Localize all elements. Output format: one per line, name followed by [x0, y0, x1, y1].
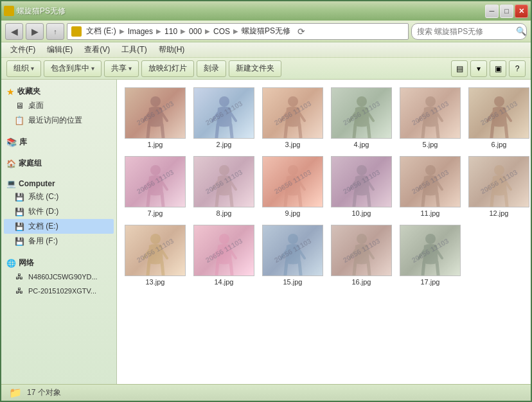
file-name: 5.jpg: [423, 141, 438, 148]
organize-button[interactable]: 组织 ▾: [6, 60, 41, 77]
sidebar-section-homegroup: 🏠 家庭组: [4, 157, 114, 170]
sidebar-network-device-1[interactable]: 🖧 N4860JC5WG90YD...: [4, 270, 114, 284]
toolbar-right: ▤ ▾ ▣ ?: [451, 60, 526, 77]
file-item[interactable]: 20656 11103 13.jpg: [122, 222, 188, 288]
network-icon: 🌐: [6, 259, 16, 268]
breadcrumb-current[interactable]: 螺旋猫PS无修: [240, 25, 292, 37]
address-bar[interactable]: 文档 (E:) ▶ Images ▶ 110 ▶ 000 ▶ COS ▶ 螺旋猫…: [67, 23, 409, 40]
menu-bar: 文件(F) 编辑(E) 查看(V) 工具(T) 帮助(H): [1, 42, 531, 58]
menu-help[interactable]: 帮助(H): [154, 43, 190, 57]
file-item[interactable]: 20656 11103 9.jpg: [260, 153, 326, 220]
sidebar-computer-header[interactable]: 💻 Computer: [4, 178, 114, 189]
file-item[interactable]: 20656 11103 14.jpg: [191, 222, 257, 288]
homegroup-icon: 🏠: [6, 159, 16, 168]
file-item[interactable]: 20656 11103 5.jpg: [397, 85, 463, 151]
drive-e-label: 文档 (E:): [28, 221, 58, 232]
drive-d-icon: 💾: [14, 207, 24, 217]
file-item[interactable]: 20656 11103 8.jpg: [191, 153, 257, 220]
svg-point-13: [219, 234, 229, 244]
svg-point-8: [288, 165, 298, 175]
breadcrumb-documents[interactable]: 文档 (E:): [84, 25, 118, 37]
refresh-button[interactable]: ⟳: [295, 25, 308, 38]
file-item[interactable]: 20656 11103 1.jpg: [122, 85, 188, 151]
file-item[interactable]: 20656 11103 16.jpg: [328, 222, 395, 288]
svg-point-9: [357, 165, 367, 175]
status-folder-icon: 📁: [9, 387, 22, 399]
file-name: 8.jpg: [217, 209, 232, 217]
svg-point-14: [288, 234, 298, 244]
status-count: 17 个对象: [27, 387, 61, 398]
menu-view[interactable]: 查看(V): [79, 43, 115, 57]
title-bar: 螺旋猫PS无修 ─ □ ✕: [1, 1, 531, 21]
minimize-button[interactable]: ─: [485, 4, 499, 18]
file-name: 11.jpg: [421, 209, 440, 217]
burn-button[interactable]: 刻录: [197, 60, 226, 77]
sidebar-network-device-2[interactable]: 🖧 PC-20151029XGTV...: [4, 284, 114, 298]
file-item[interactable]: 20656 11103 10.jpg: [328, 153, 395, 220]
maximize-button[interactable]: □: [500, 4, 513, 18]
search-icon[interactable]: 🔍: [516, 26, 526, 36]
slideshow-button[interactable]: 放映幻灯片: [141, 60, 194, 77]
sidebar-homegroup-header[interactable]: 🏠 家庭组: [4, 157, 114, 170]
file-name: 6.jpg: [492, 141, 507, 148]
drive-d-label: 软件 (D:): [28, 206, 58, 217]
file-name: 14.jpg: [215, 278, 234, 286]
file-item[interactable]: 20656 11103 2.jpg: [191, 85, 257, 151]
sidebar-item-recent[interactable]: 📋 最近访问的位置: [4, 113, 114, 128]
sidebar-section-computer: 💻 Computer 💾 系统 (C:) 💾 软件 (D:) 💾 文档 (E:)…: [4, 178, 114, 249]
svg-point-4: [425, 96, 436, 107]
close-button[interactable]: ✕: [515, 4, 528, 18]
file-name: 7.jpg: [148, 209, 163, 217]
sidebar-section-library: 📚 库: [4, 135, 114, 149]
sidebar: ★ 收藏夹 🖥 桌面 📋 最近访问的位置 📚 库: [1, 80, 117, 384]
view-toggle-button[interactable]: ▤: [451, 60, 468, 77]
help-button[interactable]: ?: [509, 60, 526, 77]
pane-toggle-button[interactable]: ▣: [490, 60, 506, 77]
menu-file[interactable]: 文件(F): [5, 43, 40, 57]
forward-button[interactable]: ▶: [26, 23, 44, 40]
file-item[interactable]: 20656 11103 6.jpg: [466, 85, 531, 151]
menu-tools[interactable]: 工具(T): [116, 43, 152, 57]
file-item[interactable]: 20656 11103 11.jpg: [397, 153, 463, 220]
file-item[interactable]: 20656 11103 15.jpg: [260, 222, 326, 288]
sidebar-drive-d[interactable]: 💾 软件 (D:): [4, 204, 114, 219]
sidebar-network-header[interactable]: 🌐 网络: [4, 256, 114, 270]
network-label: 网络: [19, 258, 34, 268]
svg-point-6: [150, 165, 161, 175]
drive-f-icon: 💾: [14, 236, 24, 247]
search-input[interactable]: [417, 27, 513, 36]
title-bar-left: 螺旋猫PS无修: [4, 6, 66, 17]
breadcrumb-110[interactable]: 110: [163, 26, 179, 37]
sidebar-drive-e[interactable]: 💾 文档 (E:): [4, 219, 114, 234]
svg-point-15: [357, 234, 367, 244]
file-item[interactable]: 20656 11103 12.jpg: [466, 153, 531, 220]
sidebar-item-desktop[interactable]: 🖥 桌面: [4, 98, 114, 113]
view-arrow-button[interactable]: ▾: [470, 60, 487, 77]
sidebar-library-header[interactable]: 📚 库: [4, 135, 114, 149]
svg-point-0: [150, 96, 161, 107]
up-button[interactable]: ↑: [46, 23, 64, 40]
sidebar-drive-f[interactable]: 💾 备用 (F:): [4, 234, 114, 249]
drive-c-label: 系统 (C:): [28, 191, 58, 202]
include-library-button[interactable]: 包含到库中 ▾: [44, 60, 102, 77]
new-folder-button[interactable]: 新建文件夹: [229, 60, 281, 77]
sidebar-favorites-header[interactable]: ★ 收藏夹: [4, 85, 114, 98]
file-item[interactable]: 20656 11103 17.jpg: [397, 222, 463, 288]
breadcrumb-cos[interactable]: COS: [211, 26, 232, 37]
search-bar[interactable]: 🔍: [411, 23, 527, 40]
sidebar-drive-c[interactable]: 💾 系统 (C:): [4, 189, 114, 204]
breadcrumb-000[interactable]: 000: [187, 26, 204, 37]
drive-f-label: 备用 (F:): [28, 236, 58, 247]
file-name: 16.jpg: [352, 278, 371, 286]
file-item[interactable]: 20656 11103 3.jpg: [260, 85, 326, 151]
file-item[interactable]: 20656 11103 7.jpg: [122, 153, 188, 220]
file-item[interactable]: 20656 11103 4.jpg: [328, 85, 395, 151]
share-button[interactable]: 共享 ▾: [104, 60, 139, 77]
svg-point-5: [494, 96, 504, 107]
favorites-label: 收藏夹: [17, 86, 40, 97]
menu-edit[interactable]: 编辑(E): [42, 43, 78, 57]
back-button[interactable]: ◀: [5, 23, 23, 40]
breadcrumb-images[interactable]: Images: [126, 26, 155, 37]
breadcrumb: 文档 (E:) ▶ Images ▶ 110 ▶ 000 ▶ COS ▶ 螺旋猫…: [84, 25, 292, 37]
sidebar-section-network: 🌐 网络 🖧 N4860JC5WG90YD... 🖧 PC-20151029XG…: [4, 256, 114, 298]
